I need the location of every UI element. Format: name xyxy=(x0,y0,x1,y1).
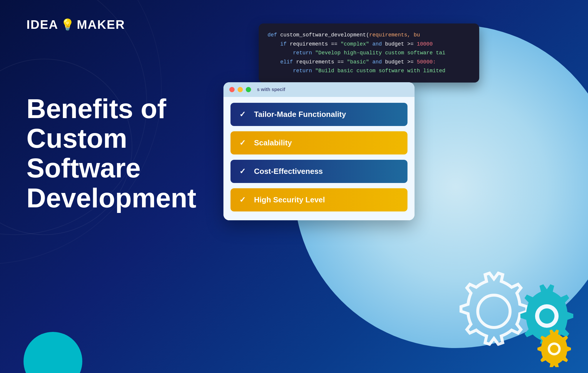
traffic-light-yellow xyxy=(238,87,243,92)
code-line-3: return "Develop high-quality custom soft… xyxy=(268,48,470,58)
benefit-item-2: ✓ Scalability xyxy=(230,131,407,154)
traffic-light-green xyxy=(246,87,251,92)
headline-line1: Benefits of xyxy=(26,94,209,124)
check-icon-2: ✓ xyxy=(239,138,248,147)
check-icon-3: ✓ xyxy=(239,167,248,176)
window-body: ✓ Tailor-Made Functionality ✓ Scalabilit… xyxy=(223,97,415,220)
code-line-1: def custom_software_development(requirem… xyxy=(268,31,470,40)
window-titlebar: s with specif xyxy=(223,82,415,97)
code-line-2: if requirements == "complex" and budget … xyxy=(268,40,470,49)
benefit-item-3: ✓ Cost-Effectiveness xyxy=(230,160,407,183)
traffic-light-red xyxy=(229,87,235,92)
check-icon-4: ✓ xyxy=(239,195,248,204)
benefit-item-4: ✓ High Security Level xyxy=(230,188,407,211)
benefit-label-3: Cost-Effectiveness xyxy=(254,167,323,176)
benefit-label-1: Tailor-Made Functionality xyxy=(254,110,346,119)
code-line-4: elif requirements == "basic" and budget … xyxy=(268,58,470,67)
svg-point-0 xyxy=(478,295,510,327)
ui-window: s with specif ✓ Tailor-Made Functionalit… xyxy=(223,82,415,220)
code-line-5: return "Build basic custom software with… xyxy=(268,66,470,75)
svg-point-4 xyxy=(550,345,558,353)
headline-line2: Custom Software xyxy=(26,124,209,183)
benefit-item-1: ✓ Tailor-Made Functionality xyxy=(230,103,407,126)
logo-text-idea: IDEA xyxy=(26,18,58,32)
check-icon-1: ✓ xyxy=(239,110,248,119)
code-editor: def custom_software_development(requirem… xyxy=(259,23,479,83)
logo: IDEA 💡 MAKER xyxy=(26,18,125,32)
logo-text-maker: MAKER xyxy=(77,18,125,32)
benefit-label-2: Scalability xyxy=(254,138,292,147)
main-headline: Benefits of Custom Software Development xyxy=(26,94,209,213)
logo-bulb-icon: 💡 xyxy=(61,18,74,31)
gear-small-gold xyxy=(535,329,573,367)
window-title-text: s with specif xyxy=(257,87,285,92)
benefit-label-4: High Security Level xyxy=(254,195,325,204)
headline-line3: Development xyxy=(26,183,209,213)
svg-point-2 xyxy=(539,308,554,324)
